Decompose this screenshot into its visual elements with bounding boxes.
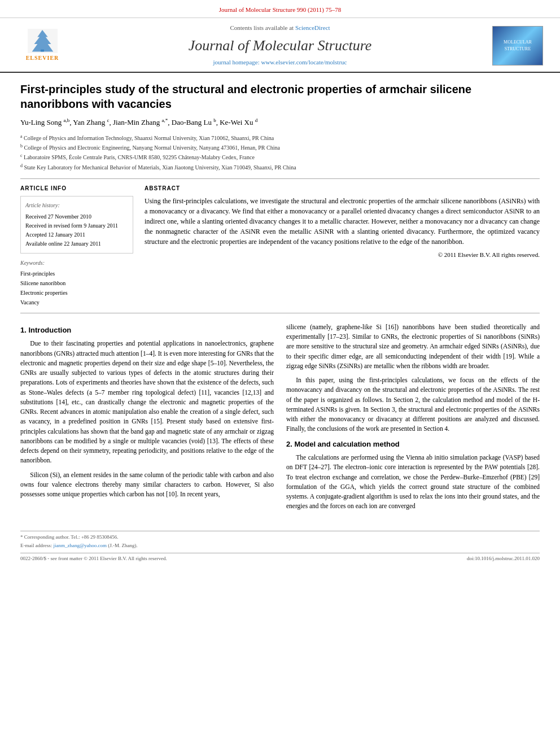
homepage-link[interactable]: journal homepage: www.elsevier.com/locat… bbox=[213, 59, 347, 65]
top-bar: Journal of Molecular Structure 990 (2011… bbox=[0, 0, 560, 18]
abstract-body: Using the first-principles calculations,… bbox=[145, 197, 540, 246]
email-footnote: E-mail address: jianm_zhang@yahoo.com (J… bbox=[20, 542, 540, 549]
affiliation-a: a College of Physics and Information Tec… bbox=[20, 133, 540, 142]
body-columns: 1. Introduction Due to their fascinating… bbox=[20, 322, 540, 516]
affiliation-c: c Laboratoire SPMS, École Centrale Paris… bbox=[20, 152, 540, 161]
keywords-section: Keywords: First-principles Silicene nano… bbox=[20, 259, 133, 307]
divider-1 bbox=[20, 178, 540, 179]
article-title: First-principles study of the structural… bbox=[20, 82, 540, 111]
copyright-notice: © 2011 Elsevier B.V. All rights reserved… bbox=[145, 250, 540, 260]
article-info-column: ARTICLE INFO Article history: Received 2… bbox=[20, 185, 133, 307]
affiliation-b: b College of Physics and Electronic Engi… bbox=[20, 143, 540, 152]
abstract-text: Using the first-principles calculations,… bbox=[145, 196, 540, 260]
header-left: ELSEVIER bbox=[17, 29, 79, 63]
intro-col2-para-1: silicene (namely, graphene-like Si [16])… bbox=[286, 322, 540, 371]
main-content: First-principles study of the structural… bbox=[0, 73, 560, 525]
keyword-2: Silicene nanoribbon bbox=[20, 278, 133, 288]
elsevier-tree-icon bbox=[27, 29, 58, 54]
intro-para-1: Due to their fascinating properties and … bbox=[20, 339, 274, 465]
calc-method-heading-text: 2. Model and calculation method bbox=[286, 440, 400, 448]
contents-line: Contents lists available at ScienceDirec… bbox=[79, 24, 481, 33]
contents-text: Contents lists available at bbox=[230, 24, 294, 31]
article-info-box: Article history: Received 27 November 20… bbox=[20, 196, 133, 254]
accepted-date: Accepted 12 January 2011 bbox=[25, 230, 128, 239]
footnotes-section: * Corresponding author. Tel.: +86 29 853… bbox=[20, 531, 540, 549]
keyword-4: Vacancy bbox=[20, 298, 133, 307]
sciencedirect-link[interactable]: ScienceDirect bbox=[295, 24, 330, 31]
authors-line: Yu-Ling Song a,b, Yan Zhang c, Jian-Min … bbox=[20, 117, 540, 128]
keyword-1: First-principles bbox=[20, 269, 133, 278]
journal-header: ELSEVIER Contents lists available at Sci… bbox=[0, 18, 560, 73]
abstract-column: ABSTRACT Using the first-principles calc… bbox=[145, 185, 540, 307]
intro-col2-para-2: In this paper, using the first-principle… bbox=[286, 375, 540, 434]
history-label: Article history: bbox=[25, 201, 128, 210]
calc-method-heading: 2. Model and calculation method bbox=[286, 439, 540, 450]
email-link[interactable]: jianm_zhang@yahoo.com bbox=[53, 543, 107, 548]
affiliations: a College of Physics and Information Tec… bbox=[20, 133, 540, 172]
intro-heading-text: 1. Introduction bbox=[20, 326, 71, 334]
keywords-label: Keywords: bbox=[20, 259, 133, 268]
divider-2 bbox=[20, 313, 540, 313]
cover-label: MOLECULAR STRUCTURE bbox=[495, 39, 540, 52]
page-footer: 0022-2860/$ - see front matter © 2011 El… bbox=[20, 553, 540, 562]
issn-line: 0022-2860/$ - see front matter © 2011 El… bbox=[20, 555, 167, 562]
mol-cover-image: MOLECULAR STRUCTURE bbox=[492, 26, 543, 65]
revised-date: Received in revised form 9 January 2011 bbox=[25, 221, 128, 230]
body-col-right: silicene (namely, graphene-like Si [16])… bbox=[286, 322, 540, 516]
keywords-list: First-principles Silicene nanoribbon Ele… bbox=[20, 269, 133, 307]
elsevier-logo: ELSEVIER bbox=[17, 29, 68, 63]
svg-rect-2 bbox=[41, 49, 44, 51]
intro-heading: 1. Introduction bbox=[20, 325, 274, 336]
journal-title-header: Journal of Molecular Structure bbox=[79, 35, 481, 56]
article-info-label: ARTICLE INFO bbox=[20, 185, 133, 193]
journal-ref: Journal of Molecular Structure 990 (2011… bbox=[219, 6, 342, 13]
affiliation-d: d State Key Laboratory for Mechanical Be… bbox=[20, 163, 540, 172]
available-date: Available online 22 January 2011 bbox=[25, 239, 128, 248]
keyword-3: Electronic properties bbox=[20, 288, 133, 298]
intro-para-2: Silicon (Si), an element resides in the … bbox=[20, 470, 274, 500]
homepage-line: journal homepage: www.elsevier.com/locat… bbox=[79, 58, 481, 67]
received-date: Received 27 November 2010 bbox=[25, 212, 128, 221]
header-right: MOLECULAR STRUCTURE bbox=[481, 26, 543, 65]
body-col-left: 1. Introduction Due to their fascinating… bbox=[20, 322, 274, 516]
doi-line: doi:10.1016/j.molstruc.2011.01.020 bbox=[467, 555, 540, 562]
abstract-label: ABSTRACT bbox=[145, 185, 540, 193]
calc-method-para-1: The calculations are performed using the… bbox=[286, 453, 540, 512]
header-center: Contents lists available at ScienceDirec… bbox=[79, 24, 481, 68]
info-abstract-section: ARTICLE INFO Article history: Received 2… bbox=[20, 185, 540, 307]
corresponding-footnote: * Corresponding author. Tel.: +86 29 853… bbox=[20, 534, 540, 541]
elsevier-text-label: ELSEVIER bbox=[26, 54, 59, 63]
page-wrapper: Journal of Molecular Structure 990 (2011… bbox=[0, 0, 560, 562]
